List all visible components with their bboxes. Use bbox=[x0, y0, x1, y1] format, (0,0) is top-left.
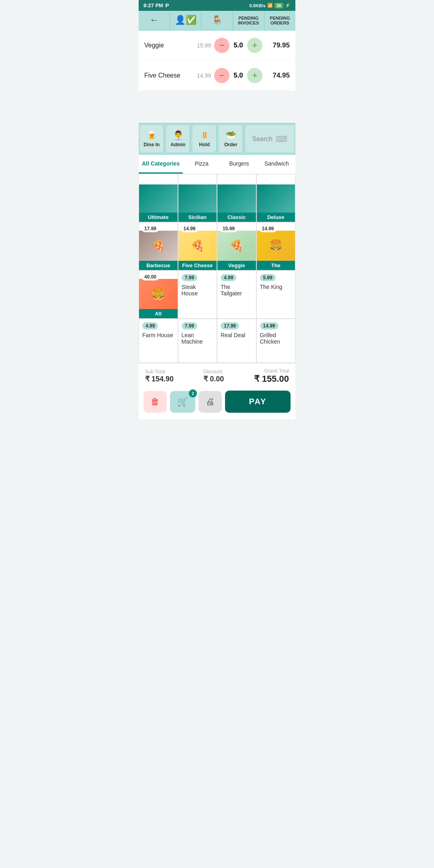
product-barbecue-label: Barbecue bbox=[139, 261, 178, 270]
product-all[interactable]: 🍔 40.00 All bbox=[139, 270, 178, 319]
hold-icon: ⏸ bbox=[200, 130, 209, 141]
increase-qty-five-cheese[interactable]: + bbox=[247, 68, 262, 83]
search-label: Search bbox=[252, 135, 273, 143]
product-grilled-chicken-price: 14.99 bbox=[260, 322, 278, 330]
product-farm-house-price: 4.99 bbox=[142, 322, 158, 330]
qty-five-cheese: 5.0 bbox=[233, 72, 244, 80]
hold-label: Hold bbox=[199, 142, 210, 147]
admin-button[interactable]: 👨‍💼 Admin bbox=[166, 125, 190, 152]
cart-icon: 🛒 bbox=[177, 397, 188, 407]
product-classic-label: Classic bbox=[217, 213, 256, 222]
product-steak-house-price: 7.99 bbox=[182, 274, 197, 281]
cart-button[interactable]: 🛒 2 bbox=[170, 391, 195, 413]
qty-veggie: 5.0 bbox=[233, 41, 244, 49]
sub-total-block: Sub Total ₹ 154.90 bbox=[145, 369, 174, 383]
top-nav: ← 👤✅ 🪑 PENDINGINVOICES PENDINGORDERS bbox=[139, 11, 295, 31]
product-barbecue-price: 17.99 bbox=[141, 225, 159, 232]
product-king-name: The King bbox=[260, 284, 283, 290]
order-button[interactable]: 🥗 Order bbox=[219, 125, 243, 152]
delete-button[interactable]: 🗑 bbox=[143, 391, 167, 413]
pending-orders-button[interactable]: PENDINGORDERS bbox=[264, 11, 295, 30]
dine-in-icon: 🍺 bbox=[146, 130, 157, 141]
table-icon: 🪑 bbox=[212, 15, 223, 25]
product-veggie[interactable]: 🍕 15.99 Veggie bbox=[217, 222, 256, 270]
product-veggie-price: 15.99 bbox=[220, 225, 237, 232]
item-price-five-cheese: 14.99 bbox=[190, 72, 211, 79]
status-time: 8:27 PM bbox=[143, 2, 163, 8]
pending-orders-label: PENDINGORDERS bbox=[270, 16, 290, 25]
order-item-five-cheese: Five Cheese 14.99 − 5.0 + 74.95 bbox=[144, 61, 290, 91]
print-button[interactable]: 🖨 bbox=[199, 391, 222, 413]
status-bar: 8:27 PM 𝗣 0.0KB/s 📶 38 ⚡ bbox=[139, 0, 295, 11]
cat-sandwich[interactable]: Sandwich bbox=[258, 155, 295, 174]
discount-amount: ₹ 0.00 bbox=[203, 375, 224, 383]
product-grid: Ultimate Sicilian Classic Deluxe 🍕 17.99… bbox=[139, 174, 295, 363]
product-farm-house-name: Farm House bbox=[142, 332, 173, 338]
signal-icon: 📶 bbox=[267, 3, 273, 8]
product-real-deal[interactable]: 17.99 Real Deal bbox=[217, 319, 256, 363]
grand-total-block: Grand Total ₹ 155.00 bbox=[254, 368, 289, 384]
decrease-qty-five-cheese[interactable]: − bbox=[214, 68, 229, 83]
cart-count-badge: 2 bbox=[189, 389, 197, 397]
product-five-cheese-label: Five Cheese bbox=[178, 261, 217, 270]
product-five-cheese[interactable]: 🍕 14.99 Five Cheese bbox=[178, 222, 217, 270]
grand-total-amount: ₹ 155.00 bbox=[254, 374, 289, 384]
network-speed: 0.0KB/s bbox=[249, 3, 265, 8]
hold-button[interactable]: ⏸ Hold bbox=[192, 125, 217, 152]
product-tailgater[interactable]: 4.99 The Tailgater bbox=[217, 270, 256, 319]
product-king[interactable]: 5.99 The King bbox=[256, 270, 296, 319]
decrease-qty-veggie[interactable]: − bbox=[214, 38, 229, 53]
keyboard-icon: ⌨ bbox=[276, 134, 287, 144]
product-ultimate-label: Ultimate bbox=[139, 213, 178, 222]
product-barbecue[interactable]: 🍕 17.99 Barbecue bbox=[139, 222, 178, 270]
delete-icon: 🗑 bbox=[151, 397, 160, 407]
battery-lightning: ⚡ bbox=[285, 3, 291, 8]
admin-label: Admin bbox=[170, 142, 185, 147]
product-real-deal-name: Real Deal bbox=[221, 332, 245, 338]
product-grilled-chicken[interactable]: 14.99 Grilled Chicken bbox=[256, 319, 296, 363]
user-button[interactable]: 👤✅ bbox=[170, 11, 201, 30]
increase-qty-veggie[interactable]: + bbox=[247, 38, 262, 53]
dine-in-label: Dine In bbox=[143, 142, 160, 147]
product-farm-house[interactable]: 4.99 Farm House bbox=[139, 319, 178, 363]
grand-total-label: Grand Total bbox=[254, 368, 289, 374]
discount-label: Discount bbox=[203, 369, 224, 375]
product-lean-machine-name: Lean Machine bbox=[182, 332, 214, 345]
product-tailgater-name: The Tailgater bbox=[221, 284, 253, 297]
product-deluxe[interactable]: Deluxe bbox=[256, 174, 296, 222]
empty-area bbox=[139, 91, 295, 123]
product-lean-machine[interactable]: 7.99 Lean Machine bbox=[178, 319, 217, 363]
product-five-cheese-price: 14.99 bbox=[181, 225, 199, 232]
pending-invoices-label: PENDINGINVOICES bbox=[238, 16, 259, 25]
back-button[interactable]: ← bbox=[139, 11, 170, 30]
table-button[interactable]: 🪑 bbox=[201, 11, 233, 30]
bottom-actions: 🗑 🛒 2 🖨 PAY bbox=[139, 387, 295, 419]
order-label: Order bbox=[224, 142, 237, 147]
item-total-five-cheese: 74.95 bbox=[266, 72, 290, 80]
battery-icon: 38 bbox=[274, 3, 283, 8]
pending-invoices-button[interactable]: PENDINGINVOICES bbox=[233, 11, 264, 30]
cat-pizza[interactable]: Pizza bbox=[183, 155, 220, 174]
product-deluxe-label: Deluxe bbox=[257, 213, 295, 222]
product-lean-machine-price: 7.99 bbox=[182, 322, 197, 330]
order-item-veggie: Veggie 15.99 − 5.0 + 79.95 bbox=[144, 31, 290, 61]
product-the-label: The bbox=[257, 261, 295, 270]
product-sicilian-label: Sicilian bbox=[178, 213, 217, 222]
product-king-price: 5.99 bbox=[260, 274, 276, 281]
pay-button[interactable]: PAY bbox=[225, 391, 291, 413]
product-classic[interactable]: Classic bbox=[217, 174, 256, 222]
cat-burgers[interactable]: Burgers bbox=[220, 155, 258, 174]
product-the[interactable]: 🍔 14.99 The bbox=[256, 222, 296, 270]
dine-in-button[interactable]: 🍺 Dine In bbox=[140, 125, 164, 152]
back-icon: ← bbox=[150, 15, 159, 25]
item-price-veggie: 15.99 bbox=[190, 42, 211, 49]
product-all-label: All bbox=[139, 309, 178, 318]
search-button[interactable]: Search ⌨ bbox=[246, 125, 294, 152]
product-sicilian[interactable]: Sicilian bbox=[178, 174, 217, 222]
product-steak-house-name: Steak House bbox=[182, 284, 214, 297]
cat-all[interactable]: All Categories bbox=[139, 155, 183, 174]
item-name-veggie: Veggie bbox=[144, 42, 186, 49]
product-steak-house[interactable]: 7.99 Steak House bbox=[178, 270, 217, 319]
product-grilled-chicken-name: Grilled Chicken bbox=[260, 332, 292, 345]
product-ultimate[interactable]: Ultimate bbox=[139, 174, 178, 222]
